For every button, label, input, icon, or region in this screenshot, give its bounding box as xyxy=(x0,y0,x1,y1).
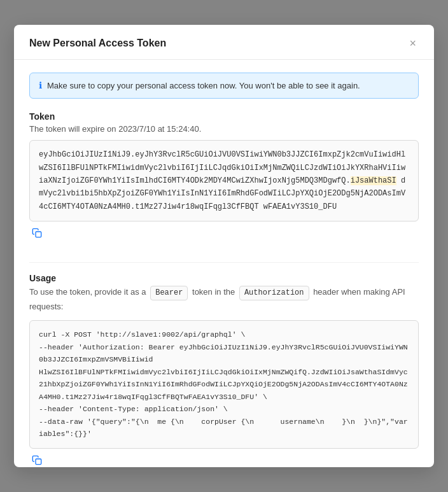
token-value-text: eyJhbGciOiJIUzI1NiJ9.eyJhY3RvclR5cGUiOiJ… xyxy=(39,150,405,211)
svg-rect-1 xyxy=(36,459,41,465)
divider-1 xyxy=(29,262,419,263)
copy-code-icon xyxy=(32,455,42,465)
copy-icon xyxy=(32,228,42,238)
usage-code-text: curl -X POST 'http://slave1:9002/api/gra… xyxy=(39,330,408,438)
usage-code-box: curl -X POST 'http://slave1:9002/api/gra… xyxy=(29,320,419,449)
info-banner-text: Make sure to copy your personal access t… xyxy=(47,80,360,92)
modal-overlay: New Personal Access Token × ℹ Make sure … xyxy=(0,0,448,492)
token-expiry-desc: The token will expire on 2023/7/10 at 15… xyxy=(29,124,419,134)
authorization-badge: Authorization xyxy=(239,286,309,300)
info-banner: ℹ Make sure to copy your personal access… xyxy=(29,73,419,99)
usage-description: To use the token, provide it as a Bearer… xyxy=(29,286,419,314)
token-section-label: Token xyxy=(29,111,419,122)
new-pat-modal: New Personal Access Token × ℹ Make sure … xyxy=(14,25,434,468)
svg-rect-0 xyxy=(36,232,41,237)
modal-close-button[interactable]: × xyxy=(407,36,419,50)
token-section: Token The token will expire on 2023/7/10… xyxy=(29,111,419,250)
bearer-badge: Bearer xyxy=(150,286,188,300)
usage-desc-middle: token in the xyxy=(192,287,235,297)
modal-body: ℹ Make sure to copy your personal access… xyxy=(14,60,434,468)
modal-header: New Personal Access Token × xyxy=(14,25,434,60)
usage-section: Usage To use the token, provide it as a … xyxy=(29,273,419,467)
usage-desc-prefix: To use the token, provide it as a xyxy=(29,287,146,297)
info-icon: ℹ xyxy=(39,80,42,90)
usage-section-label: Usage xyxy=(29,273,419,283)
token-copy-button[interactable] xyxy=(29,227,45,239)
modal-title: New Personal Access Token xyxy=(29,38,166,49)
code-copy-button[interactable] xyxy=(29,454,45,467)
token-value-box: eyJhbGciOiJIUzI1NiJ9.eyJhY3RvclR5cGUiOiJ… xyxy=(29,140,419,221)
